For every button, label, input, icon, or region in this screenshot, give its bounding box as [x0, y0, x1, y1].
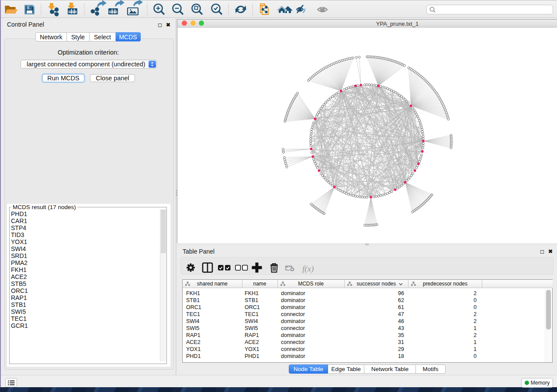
- svg-text:f(x): f(x): [302, 264, 314, 274]
